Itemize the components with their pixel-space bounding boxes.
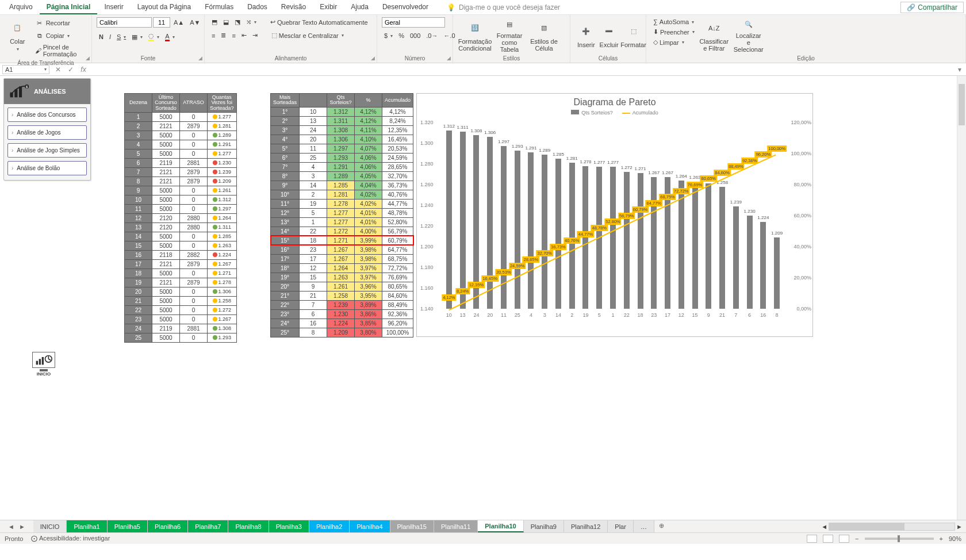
share-button[interactable]: 🔗 Compartilhar <box>900 2 964 13</box>
fill-button[interactable]: ⬇Preencher▾ <box>651 27 697 37</box>
new-sheet-button[interactable]: ⊕ <box>654 520 669 532</box>
font-color-button[interactable]: A▾ <box>163 32 177 43</box>
side-btn-análise-de-jogo-simples[interactable]: ›Análise de Jogo Simples <box>7 143 87 158</box>
expand-formula-bar-button[interactable]: ▾ <box>953 66 966 74</box>
side-btn-análise-dos-concursos[interactable]: ›Análise dos Concursos <box>7 108 87 122</box>
increase-font-button[interactable]: A▲ <box>171 18 186 27</box>
zoom-in-button[interactable]: + <box>940 535 943 542</box>
side-btn-análise-de-jogos[interactable]: ›Análise de Jogos <box>7 125 87 140</box>
decrease-indent-button[interactable]: ⇤ <box>239 30 249 40</box>
menu-layout-da-página[interactable]: Layout da Página <box>131 1 198 14</box>
tab-first-icon[interactable]: ◄ <box>8 523 14 530</box>
sheet-tab-planilha15[interactable]: Planilha15 <box>390 520 434 532</box>
borders-button[interactable]: ▦▾ <box>129 32 145 42</box>
paste-button[interactable]: 📋 Colar▾ <box>5 17 30 54</box>
find-select-button[interactable]: 🔍Localizar e Selecionar <box>731 17 766 54</box>
italic-button[interactable]: I <box>107 32 113 41</box>
sheet-tab-inicio[interactable]: INICIO <box>33 520 67 532</box>
wrap-text-button[interactable]: ↩Quebrar Texto Automaticamente <box>268 17 370 27</box>
dialog-launcher-icon[interactable]: ◢ <box>198 55 202 61</box>
scrollbar-thumb[interactable] <box>959 84 965 125</box>
page-layout-view-button[interactable] <box>823 535 833 543</box>
sheet-tab-planilha12[interactable]: Planilha12 <box>564 520 608 532</box>
zoom-thumb[interactable] <box>898 535 900 542</box>
sheet-tab-plar[interactable]: Plar <box>608 520 634 532</box>
percent-format-button[interactable]: % <box>396 31 407 40</box>
pareto-chart[interactable]: Diagrama de Pareto Qts Sorteios? Acumula… <box>416 93 813 337</box>
scrollbar-thumb[interactable] <box>829 523 904 530</box>
font-size-combo[interactable] <box>153 17 170 28</box>
sheet-tab-planilha10[interactable]: Planilha10 <box>478 520 523 532</box>
sheet-tab-planilha5[interactable]: Planilha5 <box>108 520 148 532</box>
menu-revisão[interactable]: Revisão <box>274 1 313 14</box>
autosum-button[interactable]: ∑AutoSoma▾ <box>651 17 697 26</box>
increase-decimal-button[interactable]: .0→ <box>424 31 440 40</box>
tab-nav[interactable]: ◄ ► <box>0 520 33 532</box>
zoom-out-button[interactable]: − <box>855 535 858 542</box>
menu-fórmulas[interactable]: Fórmulas <box>198 1 240 14</box>
format-as-table-button[interactable]: ▤Formatar como Tabela <box>492 17 527 54</box>
align-bottom-button[interactable]: ⬔ <box>232 17 243 27</box>
align-middle-button[interactable]: ⬓ <box>221 17 231 27</box>
clear-button[interactable]: ◇Limpar▾ <box>651 37 697 47</box>
sheet-tab-planilha9[interactable]: Planilha9 <box>524 520 564 532</box>
enter-formula-button[interactable]: ✓ <box>64 66 77 74</box>
sort-filter-button[interactable]: A↓ZClassificar e Filtrar <box>697 17 731 54</box>
bold-button[interactable]: N <box>97 32 106 41</box>
tell-me[interactable]: 💡 Diga-me o que você deseja fazer <box>447 3 560 11</box>
dialog-launcher-icon[interactable]: ◢ <box>86 55 90 61</box>
zoom-level[interactable]: 90% <box>949 535 961 542</box>
format-cells-button[interactable]: ⬚Formatar <box>621 17 646 54</box>
tabs-overflow[interactable]: … <box>634 520 654 532</box>
normal-view-button[interactable] <box>807 535 817 543</box>
tab-next-icon[interactable]: ► <box>19 523 25 530</box>
font-name-combo[interactable] <box>97 17 152 28</box>
merge-center-button[interactable]: ⬚Mesclar e Centralizar▾ <box>269 30 346 40</box>
sheet-tab-planilha6[interactable]: Planilha6 <box>148 520 188 532</box>
menu-página-inicial[interactable]: Página Inicial <box>40 1 98 14</box>
menu-exibir[interactable]: Exibir <box>313 1 344 14</box>
menu-inserir[interactable]: Inserir <box>97 1 130 14</box>
sheet-tab-planilha3[interactable]: Planilha3 <box>269 520 309 532</box>
sheet-tab-planilha7[interactable]: Planilha7 <box>188 520 228 532</box>
insert-cells-button[interactable]: ➕Inserir <box>575 17 597 54</box>
sheet-tab-planilha11[interactable]: Planilha11 <box>434 520 478 532</box>
inicio-shortcut[interactable]: INICIO <box>32 352 55 377</box>
align-left-button[interactable]: ≡ <box>209 31 217 40</box>
menu-arquivo[interactable]: Arquivo <box>2 1 40 14</box>
comma-format-button[interactable]: 000 <box>408 31 423 40</box>
dialog-launcher-icon[interactable]: ◢ <box>447 55 451 61</box>
increase-indent-button[interactable]: ⇥ <box>250 30 260 40</box>
formula-input[interactable] <box>90 65 953 74</box>
page-break-view-button[interactable] <box>839 535 849 543</box>
align-center-button[interactable]: ≣ <box>218 30 228 40</box>
vertical-scrollbar[interactable] <box>957 76 966 520</box>
dialog-launcher-icon[interactable]: ◢ <box>371 55 375 61</box>
align-top-button[interactable]: ⬒ <box>209 17 220 27</box>
hscroll-right-icon[interactable]: ► <box>956 523 963 530</box>
sheet-tab-planilha8[interactable]: Planilha8 <box>228 520 269 532</box>
menu-dados[interactable]: Dados <box>240 1 274 14</box>
copy-button[interactable]: ⧉Copiar▾ <box>33 30 87 41</box>
side-btn-análise-de-bolão[interactable]: ›Análise de Bolão <box>7 161 87 175</box>
horizontal-scrollbar[interactable] <box>829 523 955 531</box>
sheet-tab-planilha2[interactable]: Planilha2 <box>309 520 350 532</box>
zoom-slider[interactable] <box>865 538 934 540</box>
cell-styles-button[interactable]: ▧Estilos de Célula <box>527 17 561 54</box>
menu-desenvolvedor[interactable]: Desenvolvedor <box>375 1 435 14</box>
hscroll-left-icon[interactable]: ◄ <box>821 523 827 530</box>
sheet-tab-planilha4[interactable]: Planilha4 <box>350 520 390 532</box>
align-right-button[interactable]: ≡ <box>229 31 237 40</box>
insert-function-button[interactable]: fx <box>77 66 90 74</box>
menu-ajuda[interactable]: Ajuda <box>344 1 375 14</box>
delete-cells-button[interactable]: ➖Excluir <box>597 17 621 54</box>
decrease-font-button[interactable]: A▼ <box>187 18 202 27</box>
worksheet-area[interactable]: $ ANÁLISES ›Análise dos Concursos›Anális… <box>0 76 966 532</box>
number-format-combo[interactable] <box>382 17 445 28</box>
orientation-button[interactable]: ⤭▾ <box>244 17 259 27</box>
accounting-format-button[interactable]: $▾ <box>382 31 395 40</box>
status-accessibility[interactable]: ⨀ Acessibilidade: investigar <box>31 535 110 542</box>
fill-color-button[interactable]: ◌▾ <box>146 31 162 43</box>
cut-button[interactable]: ✂Recortar <box>33 17 87 29</box>
format-painter-button[interactable]: 🖌Pincel de Formatação <box>33 43 87 59</box>
